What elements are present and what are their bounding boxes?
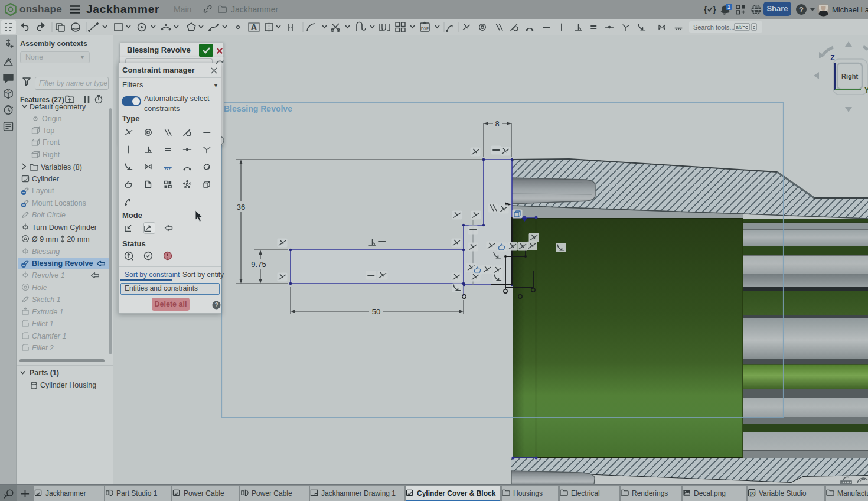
svg-text:?: ? [799,5,804,14]
svg-text:Z: Z [830,54,834,62]
svg-text:Blessing Revolve: Blessing Revolve [224,104,292,113]
svg-text:(x): (x) [750,490,756,496]
svg-text:8: 8 [495,119,499,128]
svg-text:}: } [713,4,716,14]
svg-text:?: ? [214,302,218,308]
svg-text:?: ? [7,90,9,94]
svg-text:DXF: DXF [421,27,429,31]
svg-text:1: 1 [727,4,730,10]
svg-text:36: 36 [237,203,245,212]
svg-text:9.75: 9.75 [251,260,266,269]
svg-text:50: 50 [372,307,380,316]
svg-text:Right: Right [841,73,858,80]
svg-text:Y: Y [864,86,868,95]
svg-text:{: { [704,4,707,14]
